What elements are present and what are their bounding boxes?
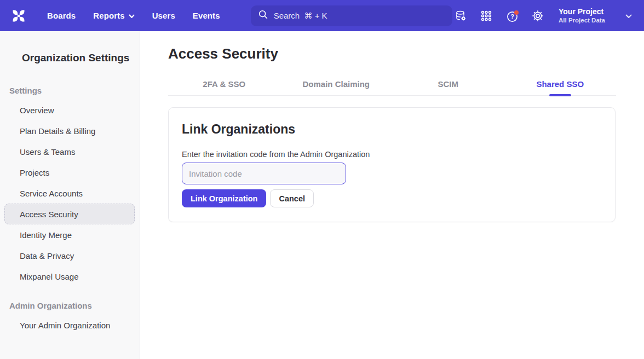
settings-sidebar: Organization Settings Settings Overview … — [0, 31, 140, 359]
sidebar-item-projects[interactable]: Projects — [4, 162, 135, 183]
apps-grid-icon[interactable] — [480, 10, 492, 22]
top-nav: Boards Reports Users Events — [0, 0, 644, 31]
tab-2fa-sso[interactable]: 2FA & SSO — [168, 79, 280, 95]
project-subtitle: All Project Data — [559, 16, 605, 25]
nav-item-reports-label: Reports — [93, 11, 124, 20]
tab-shared-sso[interactable]: Shared SSO — [504, 79, 617, 95]
sidebar-section-admin-organizations: Admin Organizations — [9, 301, 140, 310]
help-icon[interactable]: ? — [506, 10, 518, 22]
search-bar[interactable] — [251, 5, 452, 26]
invitation-code-input[interactable] — [182, 163, 346, 184]
project-selector[interactable]: Your Project All Project Data — [559, 7, 605, 25]
card-title: Link Organizations — [182, 122, 602, 137]
tab-shared-sso-label: Shared SSO — [536, 79, 584, 89]
sidebar-admin-list: Your Admin Organization — [0, 315, 140, 335]
project-name: Your Project — [559, 7, 605, 16]
search-input[interactable] — [274, 11, 445, 20]
active-tab-indicator — [549, 94, 571, 96]
search-icon — [258, 9, 268, 22]
tab-domain-claiming[interactable]: Domain Claiming — [280, 79, 393, 95]
sidebar-title: Organization Settings — [22, 52, 140, 64]
main-content: Access Security 2FA & SSO Domain Claimin… — [140, 31, 644, 359]
sidebar-section-settings: Settings — [9, 86, 140, 95]
tab-bar: 2FA & SSO Domain Claiming SCIM Shared SS… — [168, 79, 616, 96]
tab-scim[interactable]: SCIM — [392, 79, 504, 95]
sidebar-item-plan-details-billing[interactable]: Plan Details & Billing — [4, 120, 135, 141]
sidebar-item-access-security[interactable]: Access Security — [4, 204, 135, 224]
svg-text:?: ? — [510, 13, 514, 20]
primary-nav: Boards Reports Users Events — [47, 11, 220, 20]
project-chevron-down-icon[interactable] — [625, 11, 632, 21]
sidebar-item-data-privacy[interactable]: Data & Privacy — [4, 245, 135, 266]
sidebar-item-mixpanel-usage[interactable]: Mixpanel Usage — [4, 266, 135, 287]
invitation-code-description: Enter the invitation code from the Admin… — [182, 150, 602, 159]
sidebar-item-users-teams[interactable]: Users & Teams — [4, 141, 135, 162]
card-actions: Link Organization Cancel — [182, 189, 602, 207]
mixpanel-logo-icon[interactable] — [11, 8, 26, 24]
nav-item-reports[interactable]: Reports — [93, 11, 134, 20]
sidebar-item-service-accounts[interactable]: Service Accounts — [4, 183, 135, 204]
page-title: Access Security — [168, 45, 644, 62]
nav-item-users[interactable]: Users — [152, 11, 175, 20]
cancel-button[interactable]: Cancel — [270, 189, 314, 207]
notification-badge — [514, 10, 519, 15]
sidebar-settings-list: Overview Plan Details & Billing Users & … — [0, 100, 140, 287]
sidebar-item-overview[interactable]: Overview — [4, 100, 135, 120]
nav-item-boards[interactable]: Boards — [47, 11, 76, 20]
chevron-down-icon — [129, 11, 135, 20]
nav-item-events[interactable]: Events — [193, 11, 220, 20]
link-organizations-card: Link Organizations Enter the invitation … — [168, 107, 616, 222]
link-organization-button[interactable]: Link Organization — [182, 189, 266, 207]
sidebar-item-your-admin-organization[interactable]: Your Admin Organization — [4, 315, 135, 335]
sidebar-item-identity-merge[interactable]: Identity Merge — [4, 224, 135, 245]
settings-gear-icon[interactable] — [532, 10, 544, 22]
data-management-icon[interactable] — [455, 10, 467, 22]
nav-right-cluster: ? Your Project All Project Data — [455, 7, 635, 25]
